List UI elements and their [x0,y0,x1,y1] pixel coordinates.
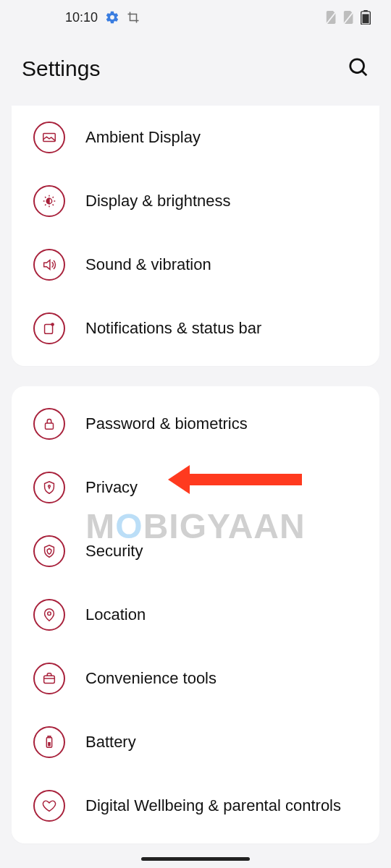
settings-item-label: Privacy [85,477,138,498]
settings-item-label: Security [85,541,143,561]
settings-status-icon [105,10,119,25]
sim-off-icon-1 [326,11,337,24]
home-indicator[interactable] [141,857,250,861]
svg-point-13 [48,612,51,616]
settings-item-security[interactable]: Security [12,519,379,583]
settings-item-privacy[interactable]: Privacy [12,456,379,519]
settings-item-label: Display & brightness [85,191,231,211]
settings-item-notifications-statusbar[interactable]: Notifications & status bar [12,297,379,360]
lock-icon [33,408,65,440]
settings-item-label: Location [85,605,146,625]
settings-item-label: Ambient Display [85,127,201,148]
svg-point-10 [51,323,54,326]
svg-point-12 [49,485,51,488]
settings-item-label: Notifications & status bar [85,318,261,339]
settings-item-label: Digital Wellbeing & parental controls [85,796,341,816]
settings-group-display: Ambient Display Display & brightness Sou… [12,106,379,366]
speaker-icon [33,249,65,281]
brightness-icon [33,185,65,217]
svg-rect-9 [45,325,53,334]
settings-item-sound-vibration[interactable]: Sound & vibration [12,233,379,297]
svg-rect-4 [362,14,369,23]
svg-rect-16 [48,736,51,738]
svg-rect-3 [363,10,367,12]
settings-header: Settings [0,35,391,106]
svg-rect-11 [46,423,54,429]
settings-item-convenience-tools[interactable]: Convenience tools [12,647,379,710]
search-button[interactable] [348,56,369,81]
settings-item-display-brightness[interactable]: Display & brightness [12,169,379,233]
svg-rect-17 [48,742,51,746]
image-icon [33,122,65,153]
sim-off-icon-2 [343,11,355,24]
svg-rect-14 [44,676,55,683]
privacy-shield-icon [33,472,65,503]
settings-item-ambient-display[interactable]: Ambient Display [12,106,379,169]
svg-point-5 [350,59,364,73]
settings-item-label: Sound & vibration [85,255,211,275]
location-pin-icon [33,599,65,631]
crop-status-icon [127,11,140,24]
settings-item-label: Battery [85,732,136,752]
toolbox-icon [33,663,65,694]
battery-icon-row [33,726,65,758]
status-time: 10:10 [65,10,98,25]
settings-item-battery[interactable]: Battery [12,710,379,774]
settings-item-label: Convenience tools [85,668,216,689]
settings-group-security: Password & biometrics Privacy Security L… [12,386,379,843]
status-bar: 10:10 [0,0,391,35]
settings-item-password-biometrics[interactable]: Password & biometrics [12,392,379,456]
settings-item-label: Password & biometrics [85,414,248,434]
heart-icon [33,790,65,822]
page-title: Settings [22,56,100,81]
svg-line-6 [362,71,366,75]
battery-icon [361,10,371,25]
notification-icon [33,312,65,344]
settings-item-location[interactable]: Location [12,583,379,647]
settings-item-digital-wellbeing[interactable]: Digital Wellbeing & parental controls [12,774,379,838]
shield-icon [33,535,65,567]
